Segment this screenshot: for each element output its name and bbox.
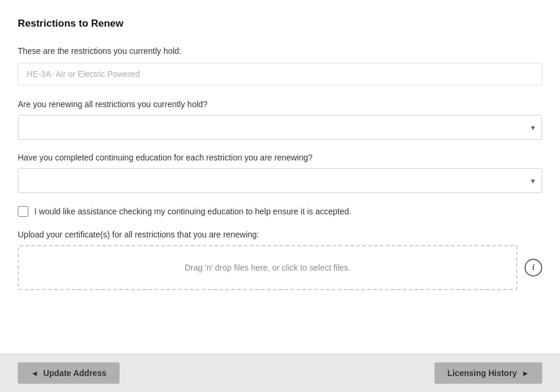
question2-label: Have you completed continuing education … [18, 153, 542, 162]
page-title: Restrictions to Renew [18, 18, 542, 30]
checkbox-row: I would like assistance checking my cont… [18, 206, 542, 217]
checkbox-label: I would like assistance checking my cont… [34, 207, 351, 216]
renewing-all-restrictions-select[interactable]: Yes No [18, 115, 542, 140]
arrow-left-icon: ◄ [31, 369, 38, 378]
dropzone-text: Drag 'n' drop files here, or click to se… [185, 263, 350, 272]
main-content: Restrictions to Renew These are the rest… [0, 0, 560, 354]
arrow-right-icon: ► [522, 369, 529, 378]
next-button-label: Licensing History [448, 368, 517, 378]
assistance-checkbox[interactable] [18, 206, 28, 217]
info-icon-text: i [532, 263, 535, 272]
footer-nav: ◄ Update Address Licensing History ► [0, 354, 560, 392]
page-container: Restrictions to Renew These are the rest… [0, 0, 560, 392]
upload-area-row: Drag 'n' drop files here, or click to se… [18, 245, 542, 290]
question1-select-wrapper: Yes No ▾ [18, 115, 542, 140]
update-address-button[interactable]: ◄ Update Address [18, 362, 120, 384]
info-icon[interactable]: i [524, 259, 542, 277]
back-button-label: Update Address [43, 368, 107, 378]
restriction-item: HE-3A- Air or Electric Powered [18, 63, 542, 85]
upload-dropzone[interactable]: Drag 'n' drop files here, or click to se… [18, 245, 517, 290]
question1-label: Are you renewing all restrictions you cu… [18, 99, 542, 109]
upload-label: Upload your certificate(s) for all restr… [18, 230, 542, 239]
licensing-history-button[interactable]: Licensing History ► [435, 362, 542, 384]
continuing-education-select[interactable]: Yes No [18, 168, 542, 193]
question2-select-wrapper: Yes No ▾ [18, 168, 542, 193]
current-restrictions-label: These are the restrictions you currently… [18, 46, 542, 56]
